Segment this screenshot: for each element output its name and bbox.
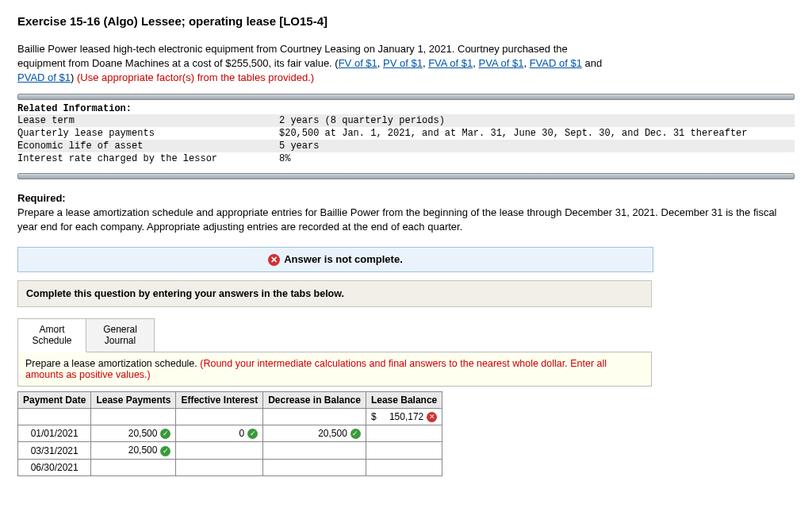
- check-icon: ✓: [160, 446, 170, 456]
- input-cell[interactable]: [366, 425, 442, 442]
- opening-balance-cell[interactable]: $150,172✕: [366, 408, 442, 425]
- check-icon: ✓: [247, 429, 258, 439]
- fv-link[interactable]: FV of $1: [339, 57, 377, 69]
- exercise-title: Exercise 15-16 (Algo) Lessee; operating …: [17, 14, 795, 28]
- input-cell[interactable]: [176, 459, 263, 475]
- instruction-banner: Complete this question by entering your …: [17, 280, 652, 307]
- table-row: $150,172✕: [18, 408, 442, 425]
- pv-link[interactable]: PV of $1: [383, 57, 423, 69]
- input-cell[interactable]: [263, 459, 366, 475]
- intro-text2: equipment from Doane Machines at a cost …: [17, 57, 339, 69]
- info-value: 2 years (8 quarterly periods): [279, 114, 795, 127]
- info-label: Economic life of asset: [17, 140, 279, 152]
- col-lease-balance: Lease Balance: [366, 391, 442, 408]
- info-label: Quarterly lease payments: [17, 127, 279, 140]
- wrong-icon: ✕: [427, 412, 437, 422]
- input-cell[interactable]: [176, 442, 263, 459]
- date-cell: 03/31/2021: [18, 442, 91, 459]
- info-label: Interest rate charged by the lessor: [17, 152, 279, 165]
- related-info-header: Related Information:: [17, 100, 795, 114]
- date-cell: 01/01/2021: [18, 425, 91, 442]
- info-value: 8%: [279, 152, 795, 165]
- info-value: $20,500 at Jan. 1, 2021, and at Mar. 31,…: [279, 127, 795, 140]
- info-label: Lease term: [17, 114, 279, 127]
- pva-link[interactable]: PVA of $1: [479, 57, 524, 69]
- col-lease-payments: Lease Payments: [91, 391, 176, 408]
- error-icon: ✕: [268, 254, 280, 266]
- date-cell: 06/30/2021: [18, 459, 91, 475]
- tab-amort-schedule[interactable]: AmortSchedule: [17, 318, 86, 352]
- required-header: Required:: [17, 192, 795, 204]
- check-icon: ✓: [160, 429, 170, 439]
- fva-link[interactable]: FVA of $1: [428, 57, 473, 69]
- status-banner: ✕Answer is not complete.: [17, 247, 653, 272]
- input-cell[interactable]: [91, 459, 176, 475]
- input-cell[interactable]: 20,500✓: [263, 425, 366, 442]
- tab-general-journal[interactable]: GeneralJournal: [86, 318, 155, 352]
- intro-paragraph: Baillie Power leased high-tech electroni…: [17, 42, 795, 86]
- input-cell[interactable]: [263, 442, 366, 459]
- col-payment-date: Payment Date: [18, 391, 91, 408]
- input-cell[interactable]: [366, 459, 442, 475]
- status-text: Answer is not complete.: [284, 253, 403, 265]
- table-row: 03/31/2021 20,500✓: [18, 442, 442, 459]
- info-value: 5 years: [279, 140, 795, 152]
- check-icon: ✓: [350, 429, 361, 439]
- col-decrease-balance: Decrease in Balance: [263, 391, 366, 408]
- divider: [17, 173, 795, 179]
- input-cell[interactable]: 20,500✓: [91, 442, 176, 459]
- input-cell[interactable]: 20,500✓: [91, 425, 176, 442]
- col-effective-interest: Effective Interest: [176, 391, 263, 408]
- panel-instruction: Prepare a lease amortization schedule. (…: [17, 352, 652, 387]
- fvad-link[interactable]: FVAD of $1: [530, 57, 582, 69]
- table-row: 06/30/2021: [18, 459, 442, 475]
- factor-note: (Use appropriate factor(s) from the tabl…: [77, 71, 314, 83]
- amortization-table: Payment Date Lease Payments Effective In…: [17, 391, 442, 476]
- divider: [17, 94, 795, 100]
- required-text: Prepare a lease amortization schedule an…: [17, 206, 795, 234]
- related-info-table: Lease term2 years (8 quarterly periods) …: [17, 114, 795, 165]
- pvad-link[interactable]: PVAD of $1: [17, 71, 71, 83]
- intro-text: Baillie Power leased high-tech electroni…: [17, 43, 568, 55]
- tab-bar: AmortSchedule GeneralJournal: [17, 318, 795, 352]
- input-cell[interactable]: [366, 442, 442, 459]
- table-row: 01/01/2021 20,500✓ 0✓ 20,500✓: [18, 425, 442, 442]
- input-cell[interactable]: 0✓: [176, 425, 263, 442]
